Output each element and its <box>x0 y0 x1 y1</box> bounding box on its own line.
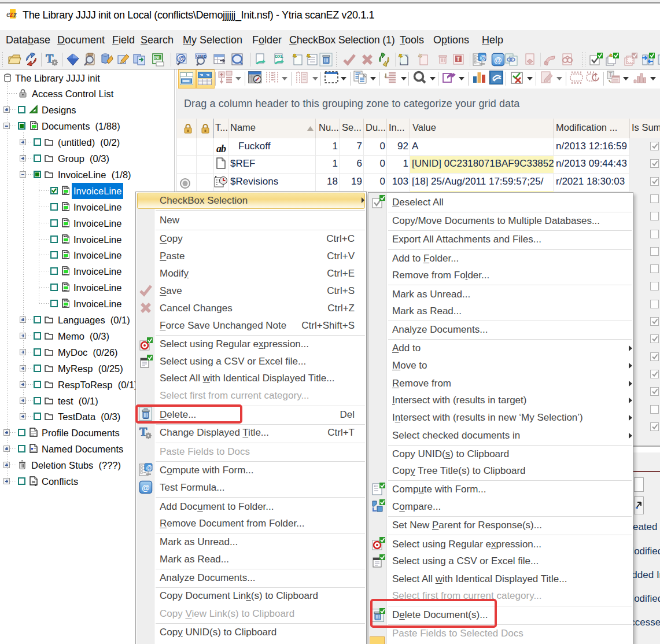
svg-text:z: z <box>13 10 17 19</box>
svg-text:@: @ <box>178 54 186 63</box>
svg-text:INI: INI <box>154 56 160 60</box>
svg-text:z: z <box>9 10 13 19</box>
svg-text:ab: ab <box>216 143 226 154</box>
svg-text:DXL: DXL <box>275 54 284 58</box>
svg-text:@: @ <box>146 464 152 471</box>
svg-text:T: T <box>456 56 460 62</box>
svg-text:@: @ <box>494 56 502 65</box>
svg-text:@: @ <box>142 483 150 492</box>
svg-text:@: @ <box>480 54 486 61</box>
